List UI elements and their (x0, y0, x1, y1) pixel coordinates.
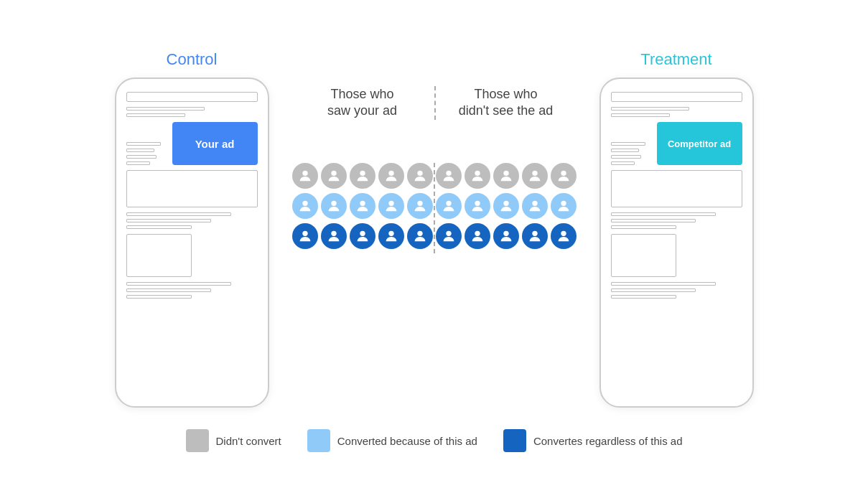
phone-small-lines-t1 (611, 107, 742, 117)
person-lightblue (378, 193, 404, 219)
phone-bar-t1 (611, 92, 742, 102)
person-lightblue (407, 193, 433, 219)
small-line (611, 107, 690, 111)
svg-point-16 (475, 200, 480, 205)
person-lightblue (465, 193, 490, 219)
svg-point-7 (503, 170, 508, 175)
people-grid (292, 163, 577, 253)
legend-swatch-lightblue (307, 429, 330, 452)
content-box-1 (126, 170, 258, 207)
legend-item-darkblue: Convertes regardless of this ad (503, 429, 683, 452)
person-lightblue (321, 193, 347, 219)
legend-item-gray: Didn't convert (186, 429, 281, 452)
svg-point-8 (532, 170, 537, 175)
person-darkblue (292, 223, 318, 249)
small-line (611, 149, 639, 152)
svg-point-27 (503, 230, 508, 235)
svg-point-21 (331, 230, 336, 235)
svg-point-4 (417, 170, 422, 175)
svg-point-1 (331, 170, 336, 175)
svg-point-14 (417, 200, 422, 205)
svg-point-28 (532, 230, 537, 235)
person-darkblue (407, 223, 433, 249)
middle-section: Those who saw your ad Those who didn't s… (291, 50, 578, 253)
person-gray (378, 163, 404, 189)
small-line (126, 155, 157, 159)
person-gray (493, 163, 519, 189)
svg-point-0 (302, 170, 307, 175)
control-phone: Your ad (115, 78, 269, 408)
phone-bar-1 (126, 92, 258, 102)
person-darkblue (350, 223, 375, 249)
small-line (611, 219, 696, 222)
ad-row-treatment: Competitor ad (611, 122, 742, 165)
svg-point-12 (360, 200, 365, 205)
person-gray (436, 163, 462, 189)
phone-small-lines-t2 (611, 212, 742, 229)
svg-point-23 (388, 230, 393, 235)
audience-labels: Those who saw your ad Those who didn't s… (291, 86, 578, 120)
person-gray (551, 163, 577, 189)
svg-point-17 (503, 200, 508, 205)
right-audience-label: Those who didn't see the ad (442, 86, 571, 120)
small-line (126, 113, 185, 117)
person-gray (350, 163, 375, 189)
legend: Didn't convert Converted because of this… (186, 429, 683, 452)
small-line (126, 161, 150, 165)
person-darkblue (493, 223, 519, 249)
person-lightblue (493, 193, 519, 219)
person-darkblue (378, 223, 404, 249)
person-lightblue (436, 193, 462, 219)
person-darkblue (551, 223, 577, 249)
svg-point-6 (475, 170, 480, 175)
person-lightblue (522, 193, 548, 219)
svg-point-25 (446, 230, 451, 235)
svg-point-13 (388, 200, 393, 205)
small-line (611, 155, 641, 159)
person-lightblue (551, 193, 577, 219)
small-line (611, 161, 635, 165)
small-line (611, 225, 677, 229)
small-line (126, 107, 205, 111)
svg-point-29 (561, 230, 566, 235)
small-line (611, 288, 696, 292)
small-line (126, 295, 192, 299)
small-line (611, 282, 716, 286)
svg-point-3 (388, 170, 393, 175)
person-gray (407, 163, 433, 189)
person-gray (321, 163, 347, 189)
svg-point-24 (417, 230, 422, 235)
person-lightblue (350, 193, 375, 219)
person-darkblue (522, 223, 548, 249)
competitor-ad-block: Competitor ad (657, 122, 742, 165)
legend-swatch-gray (186, 429, 209, 452)
svg-point-26 (475, 230, 480, 235)
person-darkblue (436, 223, 462, 249)
person-darkblue (465, 223, 490, 249)
legend-label-gray: Didn't convert (216, 435, 281, 447)
svg-point-10 (302, 200, 307, 205)
small-line (126, 225, 192, 229)
svg-point-18 (532, 200, 537, 205)
legend-label-lightblue: Converted because of this ad (337, 435, 477, 447)
svg-point-20 (302, 230, 307, 235)
phone-small-lines-t3 (611, 282, 742, 299)
ad-row-control: Your ad (126, 122, 258, 165)
image-box-t1 (611, 234, 677, 277)
small-line (126, 212, 231, 216)
treatment-title: Treatment (640, 50, 711, 69)
your-ad-block: Your ad (172, 122, 258, 165)
person-gray (292, 163, 318, 189)
small-line (611, 295, 677, 299)
phone-small-lines-2 (126, 212, 258, 229)
small-line (126, 149, 154, 152)
left-lines-treatment (611, 142, 654, 165)
svg-point-2 (360, 170, 365, 175)
control-title: Control (167, 50, 218, 69)
svg-point-11 (331, 200, 336, 205)
people-divider (434, 163, 435, 253)
vertical-dashed-line (434, 86, 436, 120)
svg-point-9 (561, 170, 566, 175)
small-line (126, 219, 212, 222)
small-line (611, 113, 670, 117)
